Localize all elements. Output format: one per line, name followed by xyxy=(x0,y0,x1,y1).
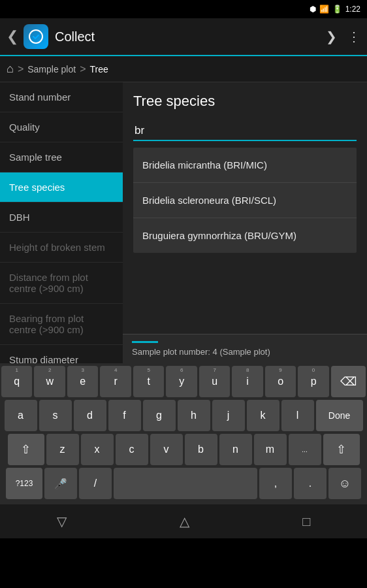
breadcrumb-sep-2: > xyxy=(80,63,86,75)
sidebar-item-4[interactable]: DBH xyxy=(0,203,123,233)
back-chevron[interactable]: ❮ xyxy=(7,28,18,45)
content-title: Tree species xyxy=(133,93,357,110)
time-display: 1:22 xyxy=(345,5,360,14)
key-l[interactable]: l xyxy=(281,400,314,431)
sidebar-item-8[interactable]: Stump diameter xyxy=(0,345,123,363)
sidebar-item-6[interactable]: Distance from plot centre (>900 cm) xyxy=(0,263,123,304)
key-a[interactable]: a xyxy=(5,400,37,431)
key-period[interactable]: . xyxy=(294,468,327,499)
key-d[interactable]: d xyxy=(74,400,106,431)
key-e[interactable]: 3e xyxy=(67,366,98,397)
key-n[interactable]: n xyxy=(219,434,252,465)
key-numspec[interactable]: ?123 xyxy=(6,468,42,499)
wifi-icon: 📶 xyxy=(319,5,329,14)
nav-back-button[interactable]: ▽ xyxy=(57,514,67,529)
key-o[interactable]: 9o xyxy=(265,366,296,397)
forward-icon[interactable]: ❯ xyxy=(326,29,337,44)
content-area: Tree species Bridelia micrantha (BRI/MIC… xyxy=(123,82,367,363)
key-h[interactable]: h xyxy=(178,400,210,431)
key-ellipsis[interactable]: ... xyxy=(289,434,321,465)
keyboard: 1q2w3e4r5t6y7u8i9o0p⌫ asdfghjklDone ⇧zxc… xyxy=(0,363,367,504)
sidebar: Stand numberQualitySample treeTree speci… xyxy=(0,82,123,363)
key-t[interactable]: 5t xyxy=(133,366,164,397)
bluetooth-icon: ⬢ xyxy=(310,5,316,14)
key-x[interactable]: x xyxy=(81,434,114,465)
key-slash[interactable]: / xyxy=(79,468,112,499)
sidebar-item-2[interactable]: Sample tree xyxy=(0,142,123,172)
breadcrumb-sep-1: > xyxy=(18,63,24,75)
key-u[interactable]: 7u xyxy=(199,366,230,397)
key-backspace[interactable]: ⌫ xyxy=(331,366,366,397)
key-i[interactable]: 8i xyxy=(232,366,263,397)
breadcrumb-tree[interactable]: Tree xyxy=(90,64,108,74)
keyboard-row-4: ?123 🎤 / , . ☺ xyxy=(1,468,366,499)
keyboard-row-1: 1q2w3e4r5t6y7u8i9o0p⌫ xyxy=(1,366,366,397)
key-c[interactable]: c xyxy=(116,434,148,465)
key-shift-left[interactable]: ⇧ xyxy=(8,434,44,465)
key-q[interactable]: 1q xyxy=(1,366,32,397)
breadcrumb: ⌂ > Sample plot > Tree xyxy=(0,56,367,82)
app-nav-icons: ❯ ⋮ xyxy=(326,29,360,44)
home-icon[interactable]: ⌂ xyxy=(7,62,14,76)
battery-icon: 🔋 xyxy=(332,5,342,14)
key-done[interactable]: Done xyxy=(316,400,363,431)
key-space[interactable] xyxy=(114,468,257,499)
progress-line xyxy=(132,341,158,343)
nav-recent-button[interactable]: □ xyxy=(302,514,310,529)
key-z[interactable]: z xyxy=(46,434,79,465)
tree-species-input[interactable] xyxy=(133,122,357,141)
key-k[interactable]: k xyxy=(247,400,279,431)
key-s[interactable]: s xyxy=(39,400,72,431)
status-text: Sample plot number: 4 (Sample plot) xyxy=(132,347,270,357)
key-v[interactable]: v xyxy=(150,434,183,465)
nav-home-button[interactable]: △ xyxy=(180,514,189,529)
status-icons: ⬢ 📶 🔋 1:22 xyxy=(310,5,360,14)
svg-point-0 xyxy=(29,30,42,43)
status-bar: ⬢ 📶 🔋 1:22 xyxy=(0,0,367,18)
nav-bar: ▽ △ □ xyxy=(0,504,367,538)
app-icon xyxy=(24,24,48,49)
key-y[interactable]: 6y xyxy=(166,366,197,397)
app-title: Collect xyxy=(55,29,326,44)
search-input-wrap xyxy=(133,122,357,141)
more-icon[interactable]: ⋮ xyxy=(347,29,360,44)
sidebar-item-3[interactable]: Tree species xyxy=(0,172,123,203)
dropdown-list: Bridelia micrantha (BRI/MIC)Bridelia scl… xyxy=(133,148,357,253)
key-g[interactable]: g xyxy=(143,400,176,431)
breadcrumb-sample-plot[interactable]: Sample plot xyxy=(27,64,76,74)
dropdown-item-1[interactable]: Bridelia scleroneura (BRI/SCL) xyxy=(133,183,357,218)
content-status: Sample plot number: 4 (Sample plot) xyxy=(123,334,367,363)
key-b[interactable]: b xyxy=(185,434,217,465)
key-shift-right[interactable]: ⇧ xyxy=(323,434,360,465)
key-j[interactable]: j xyxy=(212,400,245,431)
key-r[interactable]: 4r xyxy=(100,366,131,397)
key-emoji[interactable]: ☺ xyxy=(328,468,361,499)
key-f[interactable]: f xyxy=(108,400,141,431)
sidebar-item-0[interactable]: Stand number xyxy=(0,82,123,112)
keyboard-row-3: ⇧zxcvbnm...⇧ xyxy=(1,434,366,465)
app-bar: ❮ Collect ❯ ⋮ xyxy=(0,18,367,56)
key-m[interactable]: m xyxy=(254,434,287,465)
main-layout: Stand numberQualitySample treeTree speci… xyxy=(0,82,367,363)
key-w[interactable]: 2w xyxy=(34,366,65,397)
key-comma[interactable]: , xyxy=(259,468,292,499)
key-mic[interactable]: 🎤 xyxy=(44,468,77,499)
keyboard-row-2: asdfghjklDone xyxy=(1,400,366,431)
dropdown-item-2[interactable]: Bruguiera gymnorrhiza (BRU/GYM) xyxy=(133,218,357,253)
sidebar-item-7[interactable]: Bearing from plot centre (>900 cm) xyxy=(0,304,123,345)
sidebar-item-5[interactable]: Height of broken stem xyxy=(0,233,123,263)
sidebar-item-1[interactable]: Quality xyxy=(0,112,123,142)
dropdown-item-0[interactable]: Bridelia micrantha (BRI/MIC) xyxy=(133,148,357,183)
key-p[interactable]: 0p xyxy=(298,366,328,397)
